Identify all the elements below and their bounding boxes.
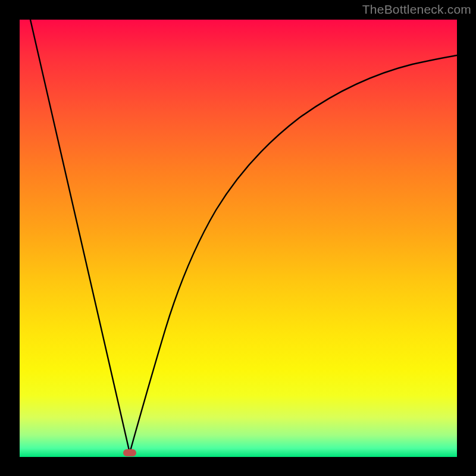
plot-area (20, 20, 457, 457)
chart-frame: TheBottleneck.com (0, 0, 476, 476)
watermark-text: TheBottleneck.com (362, 2, 471, 17)
curve-right-branch (130, 55, 457, 453)
bottleneck-curve (20, 20, 457, 457)
curve-left-branch (30, 20, 130, 453)
optimal-point-marker (123, 449, 136, 456)
